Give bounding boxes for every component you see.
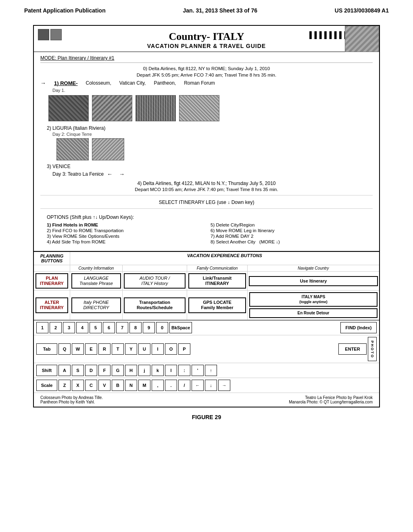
caption-right: Teatro La Fenice Photo by Pavel Krok Man…	[289, 395, 373, 404]
key-2[interactable]: 2	[50, 322, 62, 333]
key-slash[interactable]: /	[178, 380, 190, 391]
key-comma[interactable]: ,	[152, 380, 164, 391]
key-9[interactable]: 9	[143, 322, 155, 333]
language-button[interactable]: LANGUAGETranslate Phrase	[71, 273, 121, 289]
key-n[interactable]: N	[125, 380, 137, 391]
key-e[interactable]: E	[85, 343, 97, 355]
transport-button[interactable]: TransportationRoutes/Schedule	[124, 297, 186, 313]
key-4[interactable]: 4	[76, 322, 88, 333]
btn-row-2: ALTERITINERARY Italy PHONEDIRECTORY Tran…	[34, 291, 379, 320]
key-0[interactable]: 0	[156, 322, 168, 333]
gps-button[interactable]: GPS LOCATEFamily Member	[188, 297, 246, 313]
link-transmit-button[interactable]: Link/TransmitITINERARY	[188, 273, 246, 289]
mode-line: MODE: Plan Itinerary / Itinerary #1	[40, 55, 373, 63]
phone-directory-button[interactable]: Italy PHONEDIRECTORY	[71, 297, 121, 313]
key-m[interactable]: M	[138, 380, 150, 391]
key-u[interactable]: U	[138, 343, 150, 355]
planning-subheader-empty	[34, 265, 70, 271]
alter-itinerary-button[interactable]: ALTERITINERARY	[35, 297, 68, 313]
key-bkspace[interactable]: BkSpace	[169, 322, 192, 333]
key-x[interactable]: X	[72, 380, 84, 391]
language-cell: LANGUAGETranslate Phrase	[70, 272, 123, 290]
key-j[interactable]: j	[138, 365, 150, 376]
key-q[interactable]: Q	[58, 343, 71, 355]
key-8[interactable]: 8	[129, 322, 142, 333]
venice-arrow-right: →	[119, 171, 125, 177]
key-5[interactable]: 5	[90, 322, 102, 333]
rome-vatican: Vatican City,	[119, 80, 146, 86]
key-colon[interactable]: :	[178, 365, 190, 376]
key-v[interactable]: V	[98, 380, 111, 391]
key-left[interactable]: ←	[192, 380, 204, 391]
audio-tour-button[interactable]: AUDIO TOUR /ITALY History	[124, 273, 186, 289]
keyboard-section: 1 2 3 4 5 6 7 8 9 0 BkSpace FIND (Index)…	[34, 320, 379, 393]
key-b[interactable]: B	[112, 380, 124, 391]
rome-arrow: →	[40, 80, 46, 86]
rome-photo-3	[136, 95, 176, 121]
key-k[interactable]: k	[152, 365, 164, 376]
key-tab[interactable]: Tab	[36, 343, 57, 355]
key-row-zxcv: Scale Z X C V B N M , . / ← ↓ →	[34, 378, 379, 393]
key-3[interactable]: 3	[63, 322, 75, 333]
rome-forum: Roman Forum	[184, 80, 215, 86]
key-f[interactable]: F	[98, 365, 111, 376]
key-find[interactable]: FIND (Index)	[340, 322, 377, 333]
key-photo[interactable]: P H O T O	[368, 337, 377, 361]
plan-itinerary-cell: PLANITINERARY	[34, 272, 70, 290]
key-period[interactable]: .	[165, 380, 177, 391]
liguria-item: 2) LIGURIA (Italian Riviera)	[47, 125, 373, 131]
key-shift[interactable]: Shift	[36, 365, 57, 376]
use-itinerary-button[interactable]: Use Itinerary	[249, 276, 378, 286]
key-i[interactable]: I	[152, 343, 164, 355]
caption-left: Colosseum Photo by Andreas Tille. Panthe…	[40, 395, 103, 404]
liguria-photo-1	[56, 138, 89, 160]
option-3-right: 7) Add ROME DAY 2	[211, 234, 366, 239]
key-up[interactable]: ↑	[205, 365, 217, 376]
key-quote[interactable]: '	[192, 365, 204, 376]
key-y[interactable]: Y	[125, 343, 137, 355]
key-g[interactable]: G	[112, 365, 124, 376]
key-1[interactable]: 1	[36, 322, 48, 333]
flight2-detail: Depart MCO 10:05 am; Arrive JFK 7:40 pm;…	[40, 187, 373, 192]
key-a[interactable]: A	[58, 365, 71, 376]
rome-photo-1	[48, 95, 89, 121]
rome-photo-4	[179, 95, 219, 121]
plan-itinerary-button[interactable]: PLANITINERARY	[35, 273, 68, 289]
key-t[interactable]: T	[112, 343, 124, 355]
key-right[interactable]: →	[218, 380, 230, 391]
rome-photos	[48, 95, 373, 121]
vacation-exp-label: VACATION EXPERIENCE BUTTONS	[70, 252, 379, 265]
key-scale[interactable]: Scale	[36, 380, 57, 391]
key-enter[interactable]: ENTER	[338, 343, 367, 355]
transport-cell: TransportationRoutes/Schedule	[123, 291, 187, 320]
key-r[interactable]: R	[98, 343, 111, 355]
caption-left-1: Colosseum Photo by Andreas Tille.	[40, 395, 103, 400]
key-p[interactable]: P	[178, 343, 190, 355]
audio-tour-cell: AUDIO TOUR /ITALY History	[123, 272, 187, 290]
en-route-button[interactable]: En Route Detour	[249, 308, 378, 318]
italy-maps-en-route-cell: ITALY MAPS(toggle anytime) En Route Deto…	[248, 291, 379, 320]
key-down[interactable]: ↓	[205, 380, 217, 391]
col-header-empty	[123, 265, 187, 271]
key-o[interactable]: O	[165, 343, 177, 355]
planning-label: PLANNINGBUTTONS	[40, 254, 63, 263]
key-s[interactable]: S	[72, 365, 84, 376]
key-7[interactable]: 7	[116, 322, 128, 333]
key-6[interactable]: 6	[103, 322, 115, 333]
key-w[interactable]: W	[72, 343, 84, 355]
btn-row-1: PLANITINERARY LANGUAGETranslate Phrase A…	[34, 272, 379, 291]
buttons-header-area: PLANNINGBUTTONS VACATION EXPERIENCE BUTT…	[34, 252, 379, 265]
italy-maps-button[interactable]: ITALY MAPS(toggle anytime)	[249, 292, 378, 307]
flight1: 0) Delta Airlines, flgt 8122, NY to ROME…	[40, 66, 373, 71]
header-left: Patent Application Publication	[24, 7, 106, 14]
gps-cell: GPS LOCATEFamily Member	[187, 291, 248, 320]
title-section: ▐▐▐▐▐▐▐▐ Country- ITALY VACATION PLANNER…	[34, 26, 379, 52]
key-d[interactable]: D	[85, 365, 97, 376]
option-4-right: 8) Select Another City (MORE ↓)	[211, 239, 366, 244]
key-l[interactable]: l	[165, 365, 177, 376]
key-z[interactable]: Z	[58, 380, 71, 391]
venice-item: 3) VENICE	[47, 164, 373, 169]
key-h[interactable]: H	[125, 365, 137, 376]
main-content: ▐▐▐▐▐▐▐▐ Country- ITALY VACATION PLANNER…	[0, 17, 413, 432]
key-c[interactable]: C	[85, 380, 97, 391]
